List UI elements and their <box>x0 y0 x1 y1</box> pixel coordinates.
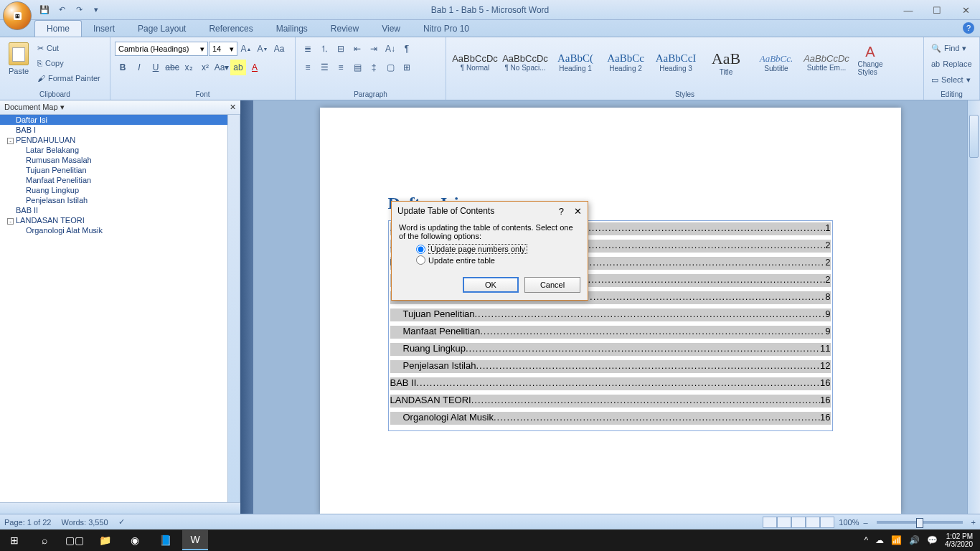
undo-icon[interactable]: ↶ <box>55 3 69 17</box>
cancel-button[interactable]: Cancel <box>524 277 580 293</box>
docmap-item[interactable]: BAB I <box>0 125 240 135</box>
style-heading-3[interactable]: AaBbCcIHeading 3 <box>651 41 700 84</box>
tab-mailings[interactable]: Mailings <box>265 21 319 37</box>
cut-button[interactable]: ✂Cut <box>34 41 103 55</box>
select-button[interactable]: ▭Select ▾ <box>928 72 975 87</box>
style-heading-1[interactable]: AaBbC(Heading 1 <box>551 41 600 84</box>
status-words[interactable]: Words: 3,550 <box>61 518 108 527</box>
docmap-item[interactable]: Tujuan Penelitian <box>0 165 240 175</box>
office-button[interactable]: ⊞ <box>3 1 32 30</box>
help-icon[interactable]: ? <box>963 22 974 34</box>
vertical-scrollbar[interactable] <box>967 100 980 514</box>
toc-row[interactable]: LANDASAN TEORI..........................… <box>390 395 831 408</box>
style-heading-2[interactable]: AaBbCcHeading 2 <box>601 41 650 84</box>
toc-row[interactable]: Penjelasan Istilah......................… <box>390 360 831 373</box>
multilevel-icon[interactable]: ⊟ <box>333 41 349 57</box>
font-size-select[interactable]: 14▾ <box>209 42 237 56</box>
docmap-item[interactable]: Ruang Lingkup <box>0 185 240 195</box>
dialog-help-icon[interactable]: ? <box>559 206 564 217</box>
clock[interactable]: 1:02 PM 4/3/2020 <box>945 532 973 548</box>
onedrive-icon[interactable]: ☁ <box>875 535 884 545</box>
subscript-button[interactable]: x₂ <box>181 60 197 75</box>
docmap-item[interactable]: Daftar Isi <box>0 115 240 125</box>
italic-button[interactable]: I <box>131 60 147 75</box>
maximize-button[interactable]: ☐ <box>927 3 947 17</box>
ok-button[interactable]: OK <box>463 277 519 293</box>
zoom-in-icon[interactable]: + <box>971 518 976 527</box>
close-button[interactable]: ✕ <box>956 3 976 17</box>
align-left-icon[interactable]: ≡ <box>300 60 316 75</box>
bullets-icon[interactable]: ≣ <box>300 41 316 57</box>
change-case-button[interactable]: Aa▾ <box>214 60 230 75</box>
docmap-item[interactable]: -LANDASAN TEORI <box>0 215 240 225</box>
copy-button[interactable]: ⎘Copy <box>34 56 103 70</box>
radio-update-entire-table[interactable]: Update entire table <box>416 255 580 265</box>
chrome-icon[interactable]: ◉ <box>122 530 148 550</box>
style-subtitle[interactable]: AaBbCc.Subtitle <box>752 41 801 84</box>
format-painter-button[interactable]: 🖌Format Painter <box>34 71 103 85</box>
toc-row[interactable]: Organologi Alat Musik...................… <box>390 412 831 425</box>
volume-icon[interactable]: 🔊 <box>909 535 920 545</box>
docmap-hscroll[interactable] <box>0 502 240 514</box>
start-button[interactable]: ⊞ <box>1 530 27 550</box>
tab-home[interactable]: Home <box>34 20 82 37</box>
word-icon[interactable]: W <box>182 530 208 550</box>
tab-page-layout[interactable]: Page Layout <box>126 21 197 37</box>
indent-dec-icon[interactable]: ⇤ <box>349 41 365 57</box>
qat-dropdown-icon[interactable]: ▾ <box>89 3 103 17</box>
highlight-button[interactable]: ab <box>230 60 246 75</box>
docmap-item[interactable]: Rumusan Masalah <box>0 155 240 165</box>
grow-font-icon[interactable]: A▲ <box>238 41 254 57</box>
docmap-close-icon[interactable]: ✕ <box>230 103 236 112</box>
align-right-icon[interactable]: ≡ <box>333 60 349 75</box>
docmap-item[interactable]: Organologi Alat Musik <box>0 225 240 235</box>
docmap-item[interactable]: BAB II <box>0 205 240 215</box>
docmap-item[interactable]: Manfaat Penelitian <box>0 175 240 185</box>
style-title[interactable]: AaBTitle <box>702 41 750 84</box>
radio-update-page-numbers[interactable]: Update page numbers only <box>416 243 580 255</box>
network-icon[interactable]: 📶 <box>891 535 902 545</box>
zoom-out-icon[interactable]: – <box>863 518 867 527</box>
tab-view[interactable]: View <box>370 21 412 37</box>
dialog-close-icon[interactable]: ✕ <box>574 206 582 217</box>
indent-inc-icon[interactable]: ⇥ <box>366 41 382 57</box>
line-spacing-icon[interactable]: ‡ <box>366 60 382 75</box>
toc-row[interactable]: Tujuan Penelitian.......................… <box>390 309 831 321</box>
font-name-select[interactable]: Cambria (Headings)▾ <box>115 42 208 56</box>
toc-row[interactable]: BAB II..................................… <box>390 377 831 390</box>
underline-button[interactable]: U <box>148 60 164 75</box>
superscript-button[interactable]: x² <box>197 60 213 75</box>
explorer-icon[interactable]: 📁 <box>92 530 118 550</box>
shrink-font-icon[interactable]: A▼ <box>255 41 270 57</box>
strike-button[interactable]: abc <box>164 60 180 75</box>
zoom-slider[interactable] <box>877 521 963 524</box>
dialog-titlebar[interactable]: Update Table of Contents ? ✕ <box>392 202 588 220</box>
notifications-icon[interactable]: 💬 <box>927 535 938 545</box>
clear-formatting-icon[interactable]: Aa <box>271 41 287 57</box>
document-page[interactable]: Daftar Isi .............................… <box>320 108 901 514</box>
search-icon[interactable]: ⌕ <box>32 530 57 550</box>
tab-nitro[interactable]: Nitro Pro 10 <box>412 21 481 37</box>
docmap-item[interactable]: Penjelasan Istilah <box>0 195 240 205</box>
zoom-level[interactable]: 100% <box>839 518 859 527</box>
shading-icon[interactable]: ▢ <box>382 60 398 75</box>
find-button[interactable]: 🔍Find ▾ <box>928 41 975 55</box>
style-subtle-em-[interactable]: AaBbCcDcSubtle Em... <box>802 41 851 84</box>
toc-row[interactable]: Manfaat Penelitian......................… <box>390 326 831 339</box>
minimize-button[interactable]: — <box>898 3 918 17</box>
replace-button[interactable]: abReplace <box>928 57 975 71</box>
redo-icon[interactable]: ↷ <box>72 3 86 17</box>
view-buttons[interactable] <box>763 517 834 528</box>
style--no-spaci-[interactable]: AaBbCcDc¶ No Spaci... <box>501 41 550 84</box>
borders-icon[interactable]: ⊞ <box>399 60 415 75</box>
save-icon[interactable]: 💾 <box>37 3 52 17</box>
docmap-item[interactable]: -PENDAHULUAN <box>0 135 240 145</box>
tray-chevron-icon[interactable]: ^ <box>864 535 868 545</box>
align-center-icon[interactable]: ☰ <box>316 60 332 75</box>
sort-icon[interactable]: A↓ <box>382 41 398 57</box>
style--normal[interactable]: AaBbCcDc¶ Normal <box>451 41 499 84</box>
task-view-icon[interactable]: ▢▢ <box>62 530 88 550</box>
tab-references[interactable]: References <box>197 21 264 37</box>
document-map-list[interactable]: Daftar IsiBAB I-PENDAHULUANLatar Belakan… <box>0 115 240 502</box>
docmap-item[interactable]: Latar Belakang <box>0 145 240 155</box>
